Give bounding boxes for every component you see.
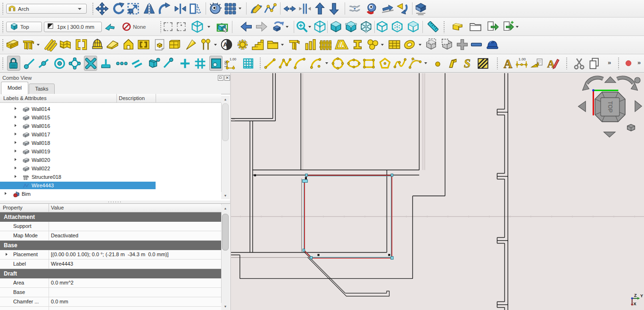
svg-text:S: S	[464, 57, 471, 70]
svg-text:A: A	[223, 41, 228, 48]
svg-text:Z: Z	[634, 293, 637, 298]
svg-text:1.00: 1.00	[519, 57, 526, 61]
svg-text:TOP: TOP	[607, 101, 613, 112]
svg-text:X: X	[634, 302, 636, 306]
svg-text:1.00: 1.00	[224, 61, 228, 67]
svg-text:A: A	[504, 57, 512, 70]
svg-text:Y: Y	[640, 293, 643, 298]
svg-text:1.00: 1.00	[230, 57, 236, 61]
